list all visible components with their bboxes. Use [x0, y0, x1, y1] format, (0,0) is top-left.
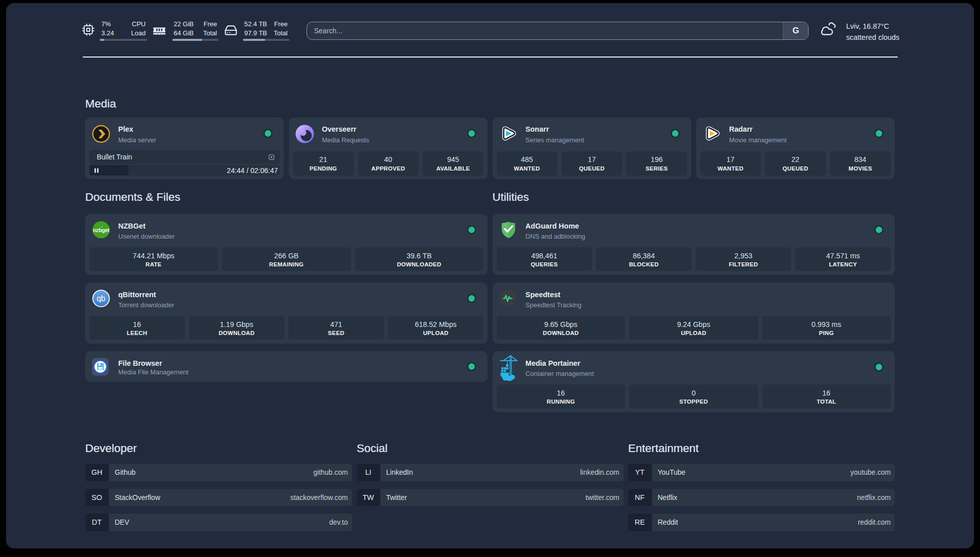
svg-text:qb: qb	[97, 294, 105, 303]
svg-text:nzbget: nzbget	[93, 227, 109, 233]
